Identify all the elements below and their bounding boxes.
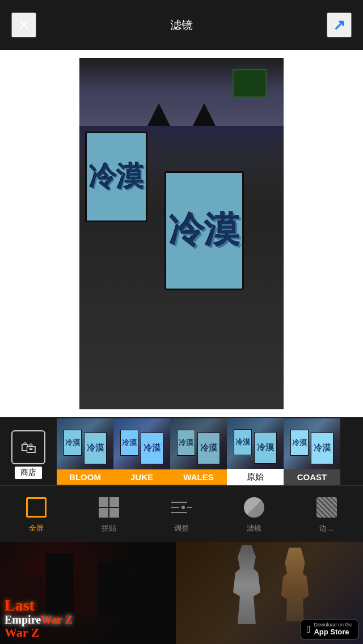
ad-figures	[176, 542, 363, 627]
nav-label-border: 边…	[319, 523, 334, 533]
adjust-slider-row	[171, 506, 192, 509]
filter-label-coast: COAST	[284, 469, 340, 485]
close-button[interactable]: ✕	[11, 12, 36, 37]
filter-thumb-img-wales: 冷漠 冷漠	[170, 418, 227, 469]
ad-game-subtitle: EmpireWar Z	[5, 613, 73, 626]
thumb-card-small-original: 冷漠	[234, 429, 252, 455]
ad-empire-text: Empire	[5, 613, 41, 626]
ad-warz-label: War Z	[5, 626, 73, 639]
nav-label-adjust: 调整	[174, 523, 189, 533]
fullscreen-icon-wrapper	[24, 495, 49, 520]
ad-banner[interactable]: Last EmpireWar Z War Z  Download on the…	[0, 542, 363, 644]
filter-label-original: 原始	[227, 469, 284, 485]
filter-circle-icon	[244, 497, 264, 518]
header: ✕ 滤镜 ↗	[0, 0, 363, 50]
filter-thumb-img-bloom: 冷漠 冷漠	[57, 418, 113, 469]
border-icon-wrapper	[314, 495, 339, 520]
thumb-card-small-wales: 冷漠	[177, 430, 195, 456]
ad-right:  Download on the App Store	[176, 542, 363, 644]
appstore-text: Download on the App Store	[314, 622, 352, 637]
shopping-bag-icon: 🛍	[20, 438, 36, 457]
share-icon: ↗	[333, 16, 345, 34]
photo-background: 冷漠 冷漠	[79, 58, 284, 409]
nav-filter[interactable]: 滤镜	[218, 495, 290, 533]
nav-border[interactable]: 边…	[290, 495, 363, 533]
ad-warz-text: War Z	[41, 613, 73, 626]
filter-thumb-original: 冷漠 冷漠	[227, 418, 284, 469]
nav-label-fullscreen: 全屏	[29, 523, 44, 533]
filter-thumb-img-original: 冷漠 冷漠	[227, 418, 284, 469]
appstore-badge[interactable]:  Download on the App Store	[301, 620, 358, 639]
shop-label: 商店	[15, 467, 42, 479]
share-button[interactable]: ↗	[327, 12, 352, 37]
adjust-icon	[171, 502, 192, 513]
filter-item-juke[interactable]: 冷漠 冷漠 JUKE	[113, 418, 170, 485]
filter-label-bloom: BLOOM	[57, 469, 113, 485]
nav-label-collage: 拼贴	[102, 523, 116, 533]
nav-fullscreen[interactable]: 全屏	[0, 495, 73, 533]
page-title: 滤镜	[170, 18, 193, 33]
adjust-line-2b	[187, 507, 192, 508]
filter-thumb-img-juke: 冷漠 冷漠	[113, 418, 170, 469]
thumb-card-small-bloom: 冷漠	[64, 430, 82, 456]
thumb-card-small-juke: 冷漠	[120, 430, 138, 456]
knight-figure	[224, 545, 269, 624]
shop-icon-box: 🛍	[11, 430, 45, 464]
thumb-card-large-original: 冷漠	[254, 432, 277, 464]
adjust-icon-wrapper	[169, 495, 194, 520]
filter-thumb-wales: 冷漠 冷漠	[170, 418, 227, 469]
thumb-card-large-bloom: 冷漠	[84, 433, 107, 464]
photo-container: 冷漠 冷漠	[79, 58, 284, 409]
border-icon	[316, 497, 337, 518]
nav-adjust[interactable]: 调整	[145, 495, 218, 533]
collage-cell-4	[109, 508, 119, 518]
filter-thumb-juke: 冷漠 冷漠	[113, 418, 170, 469]
filter-thumb-img-coast: 冷漠 冷漠	[284, 418, 340, 469]
ad-game-title: Last	[5, 598, 73, 613]
filter-icon-wrapper	[242, 495, 267, 520]
collage-icon	[99, 497, 119, 518]
thumb-card-large-wales: 冷漠	[197, 433, 220, 464]
adjust-line-1	[171, 502, 187, 503]
close-icon: ✕	[18, 16, 30, 34]
filter-thumb-coast: 冷漠 冷漠	[284, 418, 340, 469]
thumb-card-large-juke: 冷漠	[141, 433, 163, 464]
ad-left: Last EmpireWar Z War Z	[0, 542, 176, 644]
adjust-line-3	[171, 512, 187, 513]
fullscreen-icon	[26, 497, 47, 518]
adjust-handle	[182, 506, 185, 509]
thumb-card-large-coast: 冷漠	[311, 433, 334, 464]
filter-label-wales: WALES	[170, 469, 227, 485]
filter-strip: 🛍 商店 冷漠 冷漠 BLOOM 冷漠 冷漠 JUKE 冷漠 冷漠	[0, 417, 363, 485]
apple-icon: 	[307, 624, 311, 635]
collage-cell-1	[99, 497, 108, 507]
appstore-large-label: App Store	[314, 628, 352, 637]
adjust-line-2a	[171, 507, 179, 508]
filter-item-bloom[interactable]: 冷漠 冷漠 BLOOM	[57, 418, 113, 485]
filter-item-original[interactable]: 冷漠 冷漠 原始	[227, 418, 284, 485]
building-4	[76, 570, 96, 616]
building-5	[98, 562, 124, 616]
collage-cell-2	[109, 497, 119, 507]
filter-item-wales[interactable]: 冷漠 冷漠 WALES	[170, 418, 227, 485]
shop-item[interactable]: 🛍 商店	[0, 420, 57, 482]
collage-icon-wrapper	[96, 495, 121, 520]
image-area: 冷漠 冷漠	[0, 50, 363, 417]
thumb-card-small-coast: 冷漠	[290, 430, 309, 456]
photo-overlay	[79, 58, 284, 409]
nav-label-filter: 滤镜	[247, 523, 261, 533]
nav-collage[interactable]: 拼贴	[73, 495, 145, 533]
filter-item-coast[interactable]: 冷漠 冷漠 COAST	[284, 418, 340, 485]
appstore-small-label: Download on the	[314, 622, 352, 628]
filter-label-juke: JUKE	[113, 469, 170, 485]
collage-cell-3	[99, 508, 108, 518]
warrior-figure	[275, 548, 315, 621]
ad-text-block: Last EmpireWar Z War Z	[5, 598, 73, 639]
bottom-nav: 全屏 拼贴 调整	[0, 485, 363, 542]
filter-thumb-bloom: 冷漠 冷漠	[57, 418, 113, 469]
